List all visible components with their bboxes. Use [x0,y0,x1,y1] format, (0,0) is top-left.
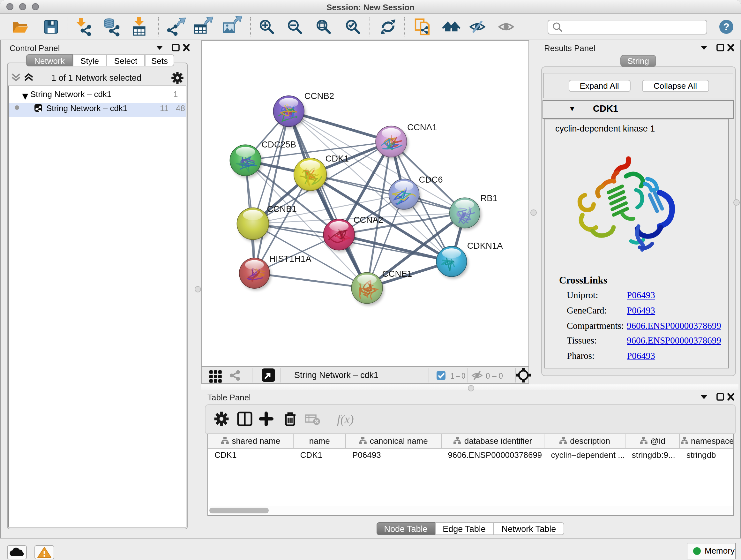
svg-text:1 – 0: 1 – 0 [451,371,465,381]
svg-text:RB1: RB1 [480,193,497,203]
svg-text:CDC6: CDC6 [419,175,443,185]
svg-text:?: ? [723,21,730,33]
svg-text:0 – 0: 0 – 0 [486,371,503,381]
svg-text:String Network – cdk1: String Network – cdk1 [294,370,379,380]
svg-text:1 of 1 Network selected: 1 of 1 Network selected [51,73,141,83]
svg-text:CCNB2: CCNB2 [305,91,334,101]
svg-text:f(x): f(x) [337,413,354,426]
svg-text:CCNA2: CCNA2 [353,215,383,225]
svg-text:CDKN1A: CDKN1A [467,241,503,251]
svg-text:CDC25B: CDC25B [261,139,296,149]
svg-text:CCNB1: CCNB1 [267,204,297,214]
svg-text:HIST1H1A: HIST1H1A [269,254,312,264]
svg-text:CCNA1: CCNA1 [407,122,437,132]
svg-text:CDK1: CDK1 [325,153,349,164]
svg-text:CCNE1: CCNE1 [382,269,412,279]
